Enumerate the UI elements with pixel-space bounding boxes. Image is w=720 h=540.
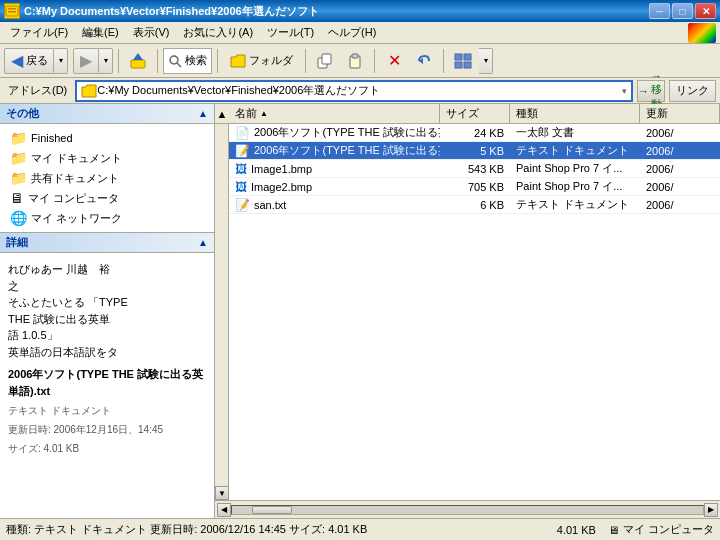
file-size-cell: 6 KB <box>440 199 510 211</box>
detail-text-line1: れびゅあー 川越 裕之そふとたいとる 「TYPETHE 試験に出る英単語 1.0… <box>8 261 206 360</box>
detail-date: 更新日時: 2006年12月16日、14:45 <box>8 422 206 437</box>
file-list-with-scroll: ▲ 名前 ▲ サイズ 種類 更新 <box>215 104 720 124</box>
menu-tools[interactable]: ツール(T) <box>261 23 320 42</box>
folder-item-finished[interactable]: 📁 Finished <box>6 128 208 148</box>
folder-item-shared[interactable]: 📁 共有ドキュメント <box>6 168 208 188</box>
svg-rect-10 <box>352 54 358 58</box>
file-name-cell: 🖼 Image2.bmp <box>229 180 440 194</box>
file-type-cell: Paint Shop Pro 7 イ... <box>510 179 640 194</box>
table-row[interactable]: 📝 2006年ソフト(TYPE THE 試験に出る英単語).txt 5 KB テ… <box>229 142 720 160</box>
scroll-down-btn[interactable]: ▼ <box>215 486 229 500</box>
table-row[interactable]: 📄 2006年ソフト(TYPE THE 試験に出る英単語).jtd 24 KB … <box>229 124 720 142</box>
view-button[interactable] <box>449 48 477 74</box>
menu-help[interactable]: ヘルプ(H) <box>322 23 382 42</box>
main-area: その他 ▲ 📁 Finished 📁 マイ ドキュメント 📁 共有ドキュメント … <box>0 104 720 518</box>
file-icon-bmp: 🖼 <box>235 180 247 194</box>
hscroll-left-btn[interactable]: ◀ <box>217 503 231 517</box>
toolbar-separator-2 <box>157 49 158 73</box>
detail-collapse-icon[interactable]: ▲ <box>198 237 208 248</box>
menu-edit[interactable]: 編集(E) <box>76 23 125 42</box>
paste-button[interactable] <box>341 48 369 74</box>
file-date-cell: 2006/ <box>640 145 720 157</box>
svg-rect-13 <box>464 54 471 60</box>
menu-file[interactable]: ファイル(F) <box>4 23 74 42</box>
collapse-icon[interactable]: ▲ <box>198 108 208 119</box>
windows-logo-icon <box>688 23 716 43</box>
go-button[interactable]: → → 移動 <box>637 80 665 102</box>
address-input[interactable] <box>97 85 622 97</box>
computer-icon: 🖥 <box>10 190 24 206</box>
forward-button-group[interactable]: ▶ ▾ <box>73 48 113 74</box>
folder-icon: 📁 <box>10 170 27 186</box>
other-section-header: その他 ▲ <box>0 104 214 124</box>
toolbar-separator-4 <box>305 49 306 73</box>
menu-favorites[interactable]: お気に入り(A) <box>177 23 259 42</box>
toolbar-separator-5 <box>374 49 375 73</box>
title-bar: C:¥My Documents¥Vector¥Finished¥2006年選んだ… <box>0 0 720 22</box>
menu-view[interactable]: 表示(V) <box>127 23 176 42</box>
table-row[interactable]: 🖼 Image1.bmp 543 KB Paint Shop Pro 7 イ..… <box>229 160 720 178</box>
search-label: 検索 <box>185 53 207 68</box>
detail-content: れびゅあー 川越 裕之そふとたいとる 「TYPETHE 試験に出る英単語 1.0… <box>0 253 214 518</box>
minimize-button[interactable]: ─ <box>649 3 670 19</box>
delete-button[interactable]: ✕ <box>380 48 408 74</box>
table-row[interactable]: 🖼 Image2.bmp 705 KB Paint Shop Pro 7 イ..… <box>229 178 720 196</box>
sort-arrow: ▲ <box>260 109 268 118</box>
file-icon-txt: 📝 <box>235 198 250 212</box>
file-type-cell: Paint Shop Pro 7 イ... <box>510 161 640 176</box>
detail-section-header: 詳細 ▲ <box>0 233 214 253</box>
close-button[interactable]: ✕ <box>695 3 716 19</box>
hscroll-thumb[interactable] <box>252 506 292 514</box>
back-button[interactable]: ◀ 戻る <box>4 48 54 74</box>
menu-bar: ファイル(F) 編集(E) 表示(V) お気に入り(A) ツール(T) ヘルプ(… <box>0 22 720 44</box>
other-section: その他 ▲ 📁 Finished 📁 マイ ドキュメント 📁 共有ドキュメント … <box>0 104 214 233</box>
forward-button[interactable]: ▶ <box>73 48 99 74</box>
forward-dropdown[interactable]: ▾ <box>99 48 113 74</box>
copy-button[interactable] <box>311 48 339 74</box>
file-date-cell: 2006/ <box>640 163 720 175</box>
hscroll-track[interactable] <box>231 505 704 515</box>
title-text: C:¥My Documents¥Vector¥Finished¥2006年選んだ… <box>24 4 319 19</box>
file-name-cell: 📝 san.txt <box>229 198 440 212</box>
detail-section-title: 詳細 <box>6 235 28 250</box>
address-dropdown-icon[interactable]: ▾ <box>622 86 627 96</box>
scroll-up-btn[interactable]: ▲ <box>215 104 229 124</box>
folder-button[interactable]: フォルダ <box>223 48 300 74</box>
toolbar-separator-3 <box>217 49 218 73</box>
search-box[interactable]: 検索 <box>163 48 212 74</box>
scroll-track <box>215 124 228 486</box>
hscroll-right-btn[interactable]: ▶ <box>704 503 718 517</box>
maximize-button[interactable]: □ <box>672 3 693 19</box>
up-button[interactable] <box>124 48 152 74</box>
file-list: 📄 2006年ソフト(TYPE THE 試験に出る英単語).jtd 24 KB … <box>229 124 720 500</box>
back-button-group[interactable]: ◀ 戻る ▾ <box>4 48 68 74</box>
folder-item-network[interactable]: 🌐 マイ ネットワーク <box>6 208 208 228</box>
network-icon: 🌐 <box>10 210 27 226</box>
links-button[interactable]: リンク <box>669 80 716 102</box>
file-name-cell: 📝 2006年ソフト(TYPE THE 試験に出る英単語).txt <box>229 143 440 158</box>
status-computer-label: マイ コンピュータ <box>623 522 714 537</box>
address-input-wrap[interactable]: ▾ <box>75 80 633 102</box>
file-type-cell: テキスト ドキュメント <box>510 143 640 158</box>
horizontal-scrollbar[interactable]: ◀ ▶ <box>215 500 720 518</box>
folder-item-mycomputer[interactable]: 🖥 マイ コンピュータ <box>6 188 208 208</box>
other-section-title: その他 <box>6 106 39 121</box>
status-computer: 🖥 マイ コンピュータ <box>608 522 714 537</box>
col-size[interactable]: サイズ <box>440 104 510 123</box>
table-row[interactable]: 📝 san.txt 6 KB テキスト ドキュメント 2006/ <box>229 196 720 214</box>
back-dropdown[interactable]: ▾ <box>54 48 68 74</box>
file-list-header: 名前 ▲ サイズ 種類 更新 <box>229 104 720 124</box>
detail-filename: 2006年ソフト(TYPE THE 試験に出る英単語).txt <box>8 366 206 399</box>
status-bar: 種類: テキスト ドキュメント 更新日時: 2006/12/16 14:45 サ… <box>0 518 720 540</box>
col-name[interactable]: 名前 ▲ <box>229 104 440 123</box>
col-date[interactable]: 更新 <box>640 104 720 123</box>
file-type-cell: 一太郎 文書 <box>510 125 640 140</box>
col-type[interactable]: 種類 <box>510 104 640 123</box>
folder-item-mydocs[interactable]: 📁 マイ ドキュメント <box>6 148 208 168</box>
detail-type: テキスト ドキュメント <box>8 403 206 418</box>
svg-rect-8 <box>322 54 331 64</box>
status-text: 種類: テキスト ドキュメント 更新日時: 2006/12/16 14:45 サ… <box>6 522 549 537</box>
folder-icon: 📁 <box>10 150 27 166</box>
view-dropdown[interactable]: ▾ <box>479 48 493 74</box>
undo-button[interactable] <box>410 48 438 74</box>
